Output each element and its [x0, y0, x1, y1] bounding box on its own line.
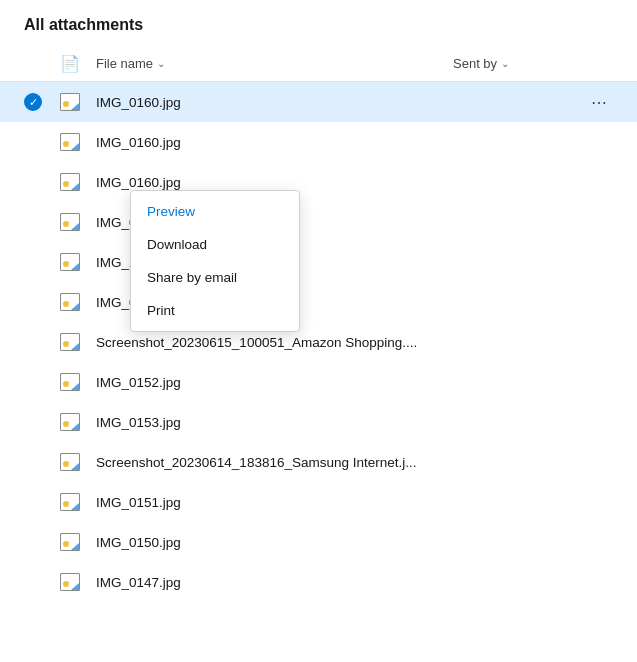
icon-col: [60, 253, 96, 271]
icon-col: [60, 373, 96, 391]
file-name: IMG_0153.jpg: [96, 415, 453, 430]
icon-col: [60, 453, 96, 471]
table-header: 📄 File name ⌄ Sent by ⌄: [0, 46, 637, 82]
icon-col: [60, 493, 96, 511]
checkmark-icon: ✓: [29, 97, 38, 108]
sentby-sort-icon: ⌄: [501, 58, 509, 69]
check-col[interactable]: ✓: [24, 93, 60, 111]
icon-col: [60, 573, 96, 591]
table-row[interactable]: ✓ IMG_0160.jpg ⋯: [0, 82, 637, 122]
file-name: IMG_0160.jpg: [96, 95, 453, 110]
file-name: IMG_0160.jpg: [96, 135, 453, 150]
table-row[interactable]: IMG_0151.jpg: [0, 482, 637, 522]
table-row[interactable]: IMG_0160.jpg: [0, 202, 637, 242]
menu-item-preview[interactable]: Preview: [131, 195, 299, 228]
icon-col: [60, 173, 96, 191]
table-row[interactable]: IMG_0160.jpg: [0, 162, 637, 202]
file-name: Screenshot_20230615_100051_Amazon Shoppi…: [96, 335, 453, 350]
table-row[interactable]: IMG_0160.jpg: [0, 122, 637, 162]
file-name: IMG_0147.jpg: [96, 575, 453, 590]
file-name: IMG_0151.jpg: [96, 495, 453, 510]
image-file-icon: [60, 333, 80, 351]
table-row[interactable]: IMG_20230622_121815_475.jpg: [0, 242, 637, 282]
icon-col: [60, 333, 96, 351]
image-file-icon: [60, 533, 80, 551]
header-filename[interactable]: File name ⌄: [96, 56, 453, 71]
selected-checkbox[interactable]: ✓: [24, 93, 42, 111]
table-row[interactable]: IMG_0150.jpg: [0, 522, 637, 562]
filename-sort-icon: ⌄: [157, 58, 165, 69]
file-name: IMG_0150.jpg: [96, 535, 453, 550]
icon-col: [60, 213, 96, 231]
file-list: ✓ IMG_0160.jpg ⋯ Preview Download Share …: [0, 82, 637, 602]
menu-item-print[interactable]: Print: [131, 294, 299, 327]
table-row[interactable]: Screenshot_20230614_183816_Samsung Inter…: [0, 442, 637, 482]
image-file-icon: [60, 93, 80, 111]
icon-col: [60, 533, 96, 551]
icon-col: [60, 93, 96, 111]
image-file-icon: [60, 493, 80, 511]
image-file-icon: [60, 253, 80, 271]
table-row[interactable]: IMG_0147.jpg: [0, 562, 637, 602]
attachments-page: All attachments 📄 File name ⌄ Sent by ⌄ …: [0, 0, 637, 602]
header-icon-col: 📄: [60, 54, 96, 73]
table-row[interactable]: IMG_0152.jpg: [0, 362, 637, 402]
icon-col: [60, 133, 96, 151]
image-file-icon: [60, 213, 80, 231]
header-sentby[interactable]: Sent by ⌄: [453, 56, 613, 71]
image-file-icon: [60, 373, 80, 391]
image-file-icon: [60, 413, 80, 431]
icon-col: [60, 413, 96, 431]
menu-item-share[interactable]: Share by email: [131, 261, 299, 294]
filename-label: File name: [96, 56, 153, 71]
page-title: All attachments: [0, 16, 637, 46]
table-row[interactable]: Screenshot_20230615_100051_Amazon Shoppi…: [0, 322, 637, 362]
image-file-icon: [60, 293, 80, 311]
image-file-icon: [60, 573, 80, 591]
menu-item-download[interactable]: Download: [131, 228, 299, 261]
table-row[interactable]: IMG_0153.jpg: [0, 402, 637, 442]
icon-col: [60, 293, 96, 311]
table-row[interactable]: IMG_0157.jpg: [0, 282, 637, 322]
image-file-icon: [60, 173, 80, 191]
sentby-label: Sent by: [453, 56, 497, 71]
more-options-button[interactable]: ⋯: [585, 88, 613, 116]
file-name: IMG_0160.jpg: [96, 175, 453, 190]
image-file-icon: [60, 133, 80, 151]
image-file-icon: [60, 453, 80, 471]
file-name: IMG_0152.jpg: [96, 375, 453, 390]
file-type-icon: 📄: [60, 55, 80, 72]
context-menu: Preview Download Share by email Print: [130, 190, 300, 332]
file-name: Screenshot_20230614_183816_Samsung Inter…: [96, 455, 453, 470]
